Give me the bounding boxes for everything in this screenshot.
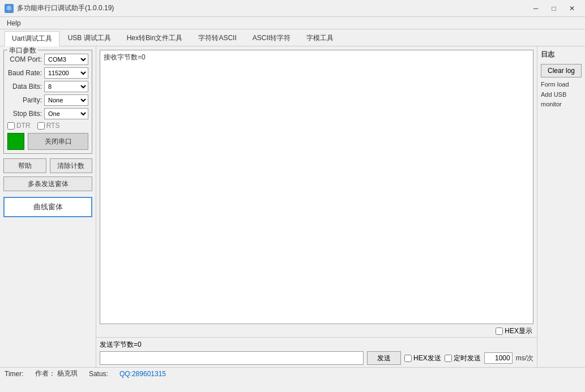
right-panel: 日志 Clear log Form load Add USB monitor (537, 46, 585, 367)
dtr-checkbox[interactable] (7, 122, 15, 130)
author-label: 作者： (35, 369, 55, 377)
rts-checkbox-label[interactable]: RTS (37, 122, 60, 130)
status-bar: Timer: 作者： 杨克琪 Satus: QQ:289601315 (0, 367, 585, 380)
menu-help[interactable]: Help (2, 18, 25, 28)
app-icon: 串 (5, 4, 14, 13)
tab-hexbin[interactable]: Hex转Bin文件工具 (119, 31, 190, 46)
center-panel: 接收字节数=0 HEX显示 发送字节数=0 发送 HEX发送 (96, 46, 537, 367)
clear-log-button[interactable]: Clear log (541, 64, 582, 77)
send-row: 发送 HEX发送 定时发送 1000 ms/次 (100, 351, 533, 365)
close-port-button[interactable]: 关闭串口 (28, 133, 88, 150)
send-button[interactable]: 发送 (367, 351, 401, 365)
clear-count-button[interactable]: 清除计数 (50, 158, 93, 173)
author-name: 杨克琪 (57, 369, 78, 377)
help-button[interactable]: 帮助 (3, 158, 46, 173)
stop-bits-select[interactable]: One Two (44, 108, 88, 119)
close-button[interactable]: ✕ (563, 3, 580, 14)
ms-label: ms/次 (516, 354, 533, 363)
log-item-2: monitor (541, 100, 582, 110)
maximize-button[interactable]: □ (545, 3, 562, 14)
log-item-1: Add USB (541, 90, 582, 100)
dtr-label: DTR (16, 122, 31, 130)
window-controls: ─ □ ✕ (527, 3, 580, 14)
dtr-checkbox-label[interactable]: DTR (7, 122, 31, 130)
com-port-label: COM Port: (7, 55, 44, 63)
serial-group-label: 串口参数 (7, 46, 38, 55)
title-bar: 串 多功能串行口调试助手(1.0.0.19) ─ □ ✕ (0, 0, 585, 17)
send-byte-count: 发送字节数=0 (100, 340, 533, 350)
log-title: 日志 (541, 50, 582, 59)
status-label: Satus: (89, 370, 108, 378)
hex-send-text: HEX发送 (413, 354, 441, 363)
hex-send-checkbox[interactable] (404, 355, 412, 362)
hex-display-checkbox[interactable] (496, 328, 503, 335)
left-panel: 串口参数 COM Port: COM3 COM1 COM2 COM4 Baud … (0, 46, 96, 367)
connection-indicator (7, 133, 24, 150)
receive-area: 接收字节数=0 (100, 50, 533, 324)
com-port-select[interactable]: COM3 COM1 COM2 COM4 (44, 54, 88, 65)
dtr-rts-row: DTR RTS (7, 122, 88, 130)
receive-byte-count: 接收字节数=0 (104, 53, 146, 62)
interval-input[interactable]: 1000 (484, 352, 513, 364)
hex-display-row: HEX显示 (96, 325, 537, 337)
tab-usb[interactable]: USB 调试工具 (61, 31, 118, 46)
timed-send-label[interactable]: 定时发送 (445, 354, 481, 363)
parity-label: Parity: (7, 96, 44, 104)
tab-uart[interactable]: Uart调试工具 (5, 31, 59, 46)
qq-text: QQ:289601315 (119, 370, 166, 378)
baud-rate-row: Baud Rate: 115200 9600 19200 38400 57600 (7, 67, 88, 79)
serial-params-group: 串口参数 COM Port: COM3 COM1 COM2 COM4 Baud … (3, 50, 92, 154)
baud-rate-label: Baud Rate: (7, 69, 44, 77)
multi-send-button[interactable]: 多条发送窗体 (3, 176, 92, 191)
baud-rate-select[interactable]: 115200 9600 19200 38400 57600 (44, 67, 88, 79)
window-title: 多功能串行口调试助手(1.0.0.19) (17, 3, 527, 13)
timer-label: Timer: (5, 370, 24, 378)
rts-checkbox[interactable] (37, 122, 45, 130)
parity-select[interactable]: None Even Odd (44, 94, 88, 106)
curve-button[interactable]: 曲线窗体 (3, 197, 92, 217)
data-bits-row: Data Bits: 8 5 6 7 (7, 81, 88, 92)
tab-bar: Uart调试工具 USB 调试工具 Hex转Bin文件工具 字符转ASCII A… (0, 29, 585, 46)
port-btn-row: 关闭串口 (7, 133, 88, 150)
hex-send-label[interactable]: HEX发送 (404, 354, 441, 363)
send-area: 发送字节数=0 发送 HEX发送 定时发送 1000 ms/次 (96, 337, 537, 367)
timed-send-text: 定时发送 (454, 354, 481, 363)
tab-font[interactable]: 字模工具 (299, 31, 341, 46)
help-clear-row: 帮助 清除计数 (3, 158, 92, 173)
hex-display-text: HEX显示 (505, 326, 532, 336)
log-item-0: Form load (541, 80, 582, 90)
timed-send-checkbox[interactable] (445, 355, 452, 362)
rts-label: RTS (46, 122, 60, 130)
author-section: 作者： 杨克琪 (35, 369, 78, 378)
data-bits-label: Data Bits: (7, 83, 44, 91)
tab-ascii-char[interactable]: ASCII转字符 (245, 31, 298, 46)
parity-row: Parity: None Even Odd (7, 94, 88, 106)
stop-bits-row: Stop Bits: One Two (7, 108, 88, 119)
send-input[interactable] (100, 351, 364, 365)
tab-char-ascii[interactable]: 字符转ASCII (191, 31, 244, 46)
menu-bar: Help (0, 17, 585, 29)
minimize-button[interactable]: ─ (527, 3, 544, 14)
hex-display-label[interactable]: HEX显示 (496, 326, 532, 336)
log-list: Form load Add USB monitor (541, 80, 582, 110)
com-port-row: COM Port: COM3 COM1 COM2 COM4 (7, 54, 88, 65)
stop-bits-label: Stop Bits: (7, 110, 44, 118)
data-bits-select[interactable]: 8 5 6 7 (44, 81, 88, 92)
